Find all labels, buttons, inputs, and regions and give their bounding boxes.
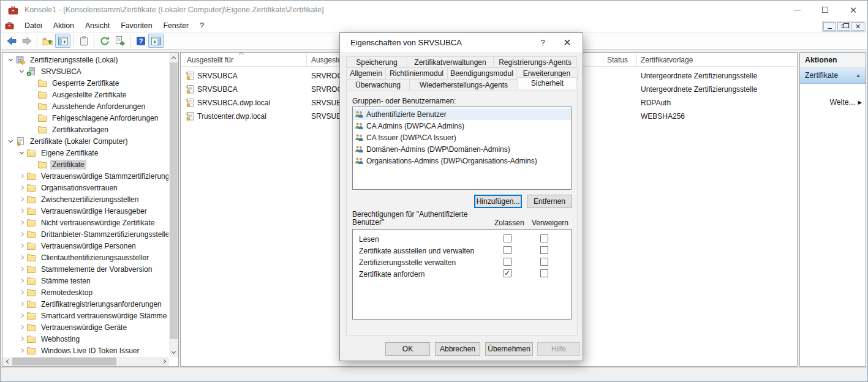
group-item[interactable]: CA Admins (DWP\CA Admins) bbox=[353, 120, 571, 132]
deny-checkbox[interactable] bbox=[540, 258, 548, 266]
menu-item-datei[interactable]: Datei bbox=[19, 20, 48, 31]
group-item[interactable]: Organisations-Admins (DWP\Organisations-… bbox=[353, 155, 571, 167]
group-list[interactable]: Authentifizierte Benutzer CA Admins (DWP… bbox=[352, 107, 572, 190]
column-header-issued-to[interactable]: Ausgestellt für bbox=[187, 56, 233, 64]
allow-checkbox[interactable] bbox=[504, 234, 511, 242]
tree-item[interactable]: Stammelemente der Vorabversion bbox=[3, 263, 168, 275]
column-header-issued-by[interactable]: Ausgestel bbox=[311, 56, 344, 64]
tab-wiederherstellungs-agents[interactable]: Wiederherstellungs-Agents bbox=[409, 79, 518, 91]
collapse-section-icon[interactable]: ▲ bbox=[856, 73, 861, 78]
menu-item-hilfe[interactable]: ? bbox=[194, 20, 209, 31]
chevron-right-icon[interactable] bbox=[17, 346, 26, 356]
chevron-right-icon[interactable] bbox=[17, 311, 26, 321]
tab-sicherheit-active[interactable]: Sicherheit bbox=[518, 77, 577, 89]
tree-item[interactable]: Windows Live ID Token Issuer bbox=[3, 345, 168, 356]
tree-item-zertifizierungsstelle[interactable]: Zertifizierungsstelle (Lokal) bbox=[3, 54, 168, 66]
chevron-right-icon[interactable] bbox=[17, 218, 26, 228]
column-header-template[interactable]: Zertifikatvorlage bbox=[641, 56, 693, 64]
deny-checkbox[interactable] bbox=[540, 269, 548, 277]
tab-beendigungsmodul[interactable]: Beendigungsmodul bbox=[447, 67, 516, 80]
deny-checkbox[interactable] bbox=[540, 234, 548, 242]
column-divider[interactable] bbox=[603, 54, 603, 66]
tree-item[interactable]: Vertrauenswürdige Personen bbox=[3, 240, 168, 252]
tree-item[interactable]: Ausstehende Anforderungen bbox=[3, 100, 168, 112]
scroll-down-arrow[interactable] bbox=[169, 348, 178, 357]
tree-vertical-scrollbar[interactable] bbox=[169, 53, 178, 357]
tree-horizontal-scrollbar[interactable] bbox=[2, 357, 169, 366]
close-button[interactable]: ✕ bbox=[839, 1, 867, 19]
add-button[interactable]: Hinzufügen... bbox=[474, 195, 522, 208]
tree-item[interactable]: Clientauthentifizierungsaussteller bbox=[3, 252, 168, 263]
mdi-minimize-button[interactable] bbox=[823, 22, 836, 31]
more-actions-item[interactable]: Weite... ▶ bbox=[829, 98, 862, 107]
scroll-right-arrow[interactable] bbox=[160, 357, 169, 366]
tree-item[interactable]: Nicht vertrauenswürdige Zertifikate bbox=[3, 217, 168, 228]
tree-item-selected[interactable]: Zertifikate bbox=[3, 159, 168, 170]
minimize-button[interactable] bbox=[783, 1, 811, 19]
back-button[interactable] bbox=[4, 34, 19, 48]
scrollbar-thumb[interactable] bbox=[170, 62, 178, 339]
tree-item[interactable]: Remotedesktop bbox=[3, 286, 168, 298]
chevron-right-icon[interactable] bbox=[17, 183, 26, 193]
column-header-status[interactable]: Status bbox=[607, 56, 628, 64]
tab-richtlinienmodul[interactable]: Richtlinienmodul bbox=[385, 67, 448, 80]
tree-item[interactable]: Eigene Zertifikate bbox=[3, 147, 168, 159]
scrollbar-thumb[interactable] bbox=[12, 358, 116, 365]
chevron-down-icon[interactable] bbox=[6, 137, 15, 146]
tab-speicherung[interactable]: Speicherung bbox=[346, 56, 407, 68]
properties-button[interactable] bbox=[76, 34, 91, 48]
forward-button[interactable] bbox=[19, 34, 34, 48]
chevron-right-icon[interactable] bbox=[17, 264, 26, 274]
tree-item[interactable]: Vertrauenswürdige Geräte bbox=[3, 321, 168, 333]
tab-ueberwachung[interactable]: Überwachung bbox=[346, 79, 410, 91]
chevron-down-icon[interactable] bbox=[6, 55, 15, 65]
remove-button[interactable]: Entfernen bbox=[527, 195, 572, 208]
chevron-right-icon[interactable] bbox=[17, 299, 26, 309]
tree-item[interactable]: Vertrauenswürdige Herausgeber bbox=[3, 205, 168, 217]
refresh-button[interactable] bbox=[97, 34, 112, 48]
tree-item[interactable]: Smartcard vertrauenswürdige Stämme bbox=[3, 310, 168, 321]
export-list-button[interactable] bbox=[112, 34, 127, 48]
tree-item[interactable]: Webhosting bbox=[3, 333, 168, 345]
chevron-right-icon[interactable] bbox=[17, 253, 26, 263]
tree-item[interactable]: Drittanbieter-Stammzertifizierungsstelle bbox=[3, 228, 168, 240]
tree-item[interactable]: Organisationsvertrauen bbox=[3, 182, 168, 193]
chevron-right-icon[interactable] bbox=[17, 288, 26, 298]
scroll-up-arrow[interactable] bbox=[169, 53, 178, 62]
allow-checkbox[interactable] bbox=[504, 246, 511, 254]
chevron-down-icon[interactable] bbox=[17, 67, 26, 77]
column-divider[interactable] bbox=[636, 54, 637, 66]
parent-folder-button[interactable] bbox=[40, 34, 55, 48]
tree-item[interactable]: Zertifikatvorlagen bbox=[3, 124, 168, 135]
dialog-close-button[interactable]: ✕ bbox=[556, 33, 579, 52]
group-item[interactable]: CA Issuer (DWP\CA Issuer) bbox=[353, 132, 571, 143]
chevron-down-icon[interactable] bbox=[17, 148, 26, 158]
dialog-help-button[interactable]: ? bbox=[532, 33, 553, 52]
apply-button[interactable]: Übernehmen bbox=[485, 342, 533, 356]
menu-item-aktion[interactable]: Aktion bbox=[48, 20, 80, 31]
tree-item[interactable]: Ausgestellte Zertifikate bbox=[3, 89, 168, 100]
allow-checkbox[interactable] bbox=[504, 269, 511, 277]
chevron-right-icon[interactable] bbox=[17, 323, 26, 332]
menu-item-favoriten[interactable]: Favoriten bbox=[115, 20, 157, 31]
maximize-button[interactable] bbox=[811, 1, 839, 19]
tab-allgemein[interactable]: Allgemein bbox=[346, 67, 386, 80]
column-divider[interactable] bbox=[306, 54, 307, 66]
chevron-right-icon[interactable] bbox=[17, 334, 26, 344]
chevron-right-icon[interactable] bbox=[17, 241, 26, 251]
ok-button[interactable]: OK bbox=[385, 342, 430, 356]
menu-item-ansicht[interactable]: Ansicht bbox=[80, 20, 115, 31]
tab-registrierungs-agents[interactable]: Registrierungs-Agents bbox=[493, 56, 577, 68]
menu-item-fenster[interactable]: Fenster bbox=[158, 20, 195, 31]
tree-item[interactable]: Vertrauenswürdige Stammzertifizierung bbox=[3, 170, 168, 182]
tree-item-srvsubca[interactable]: SRVSUBCA bbox=[3, 66, 168, 77]
chevron-right-icon[interactable] bbox=[17, 230, 26, 239]
tab-zertifikatverwaltungen[interactable]: Zertifikatverwaltungen bbox=[407, 56, 494, 68]
tree-item[interactable]: Fehlgeschlagene Anforderungen bbox=[3, 112, 168, 124]
tree-item[interactable]: Zertifikatregistrierungsanforderungen bbox=[3, 298, 168, 310]
scroll-left-arrow[interactable] bbox=[2, 357, 12, 366]
chevron-right-icon[interactable] bbox=[17, 195, 26, 204]
cancel-button[interactable]: Abbrechen bbox=[435, 342, 480, 356]
chevron-right-icon[interactable] bbox=[17, 206, 26, 216]
show-action-pane-toggle[interactable] bbox=[148, 34, 164, 48]
